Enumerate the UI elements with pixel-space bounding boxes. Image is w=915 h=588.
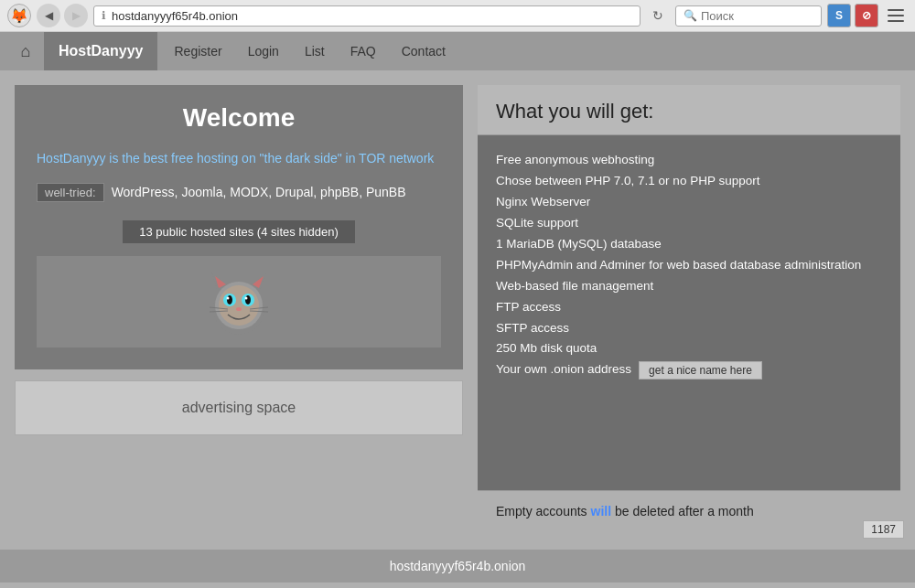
forward-button[interactable]: ▶ [64,4,88,27]
nav-register[interactable]: Register [161,32,234,70]
feature-item: 1 MariaDB (MySQL) database [496,234,882,255]
brand-link[interactable]: HostDanyyy [44,32,157,70]
feature-item: PHPMyAdmin and Adminer for web based dat… [496,255,882,276]
sites-badge: 13 public hosted sites (4 sites hidden) [123,220,355,243]
cat-image-box [37,256,441,347]
hamburger-line [888,9,904,11]
firefox-menu-button[interactable]: 🦊 [7,4,31,27]
nav-list[interactable]: List [292,32,338,70]
feature-item: 250 Mb disk quota [496,338,882,359]
main-content: Welcome HostDanyyy is the best free host… [0,70,915,546]
well-tried-apps: WordPress, Joomla, MODX, Drupal, phpBB, … [112,183,406,202]
home-button[interactable]: ⌂ [11,37,40,66]
svg-point-13 [236,307,242,311]
search-input[interactable] [701,9,792,23]
search-bar-wrapper: 🔍 [675,5,822,27]
svg-point-10 [245,295,251,305]
main-wrapper: Welcome HostDanyyy is the best free host… [0,70,915,546]
hamburger-line [888,20,904,22]
nav-contact[interactable]: Contact [389,32,458,70]
welcome-title: Welcome [37,103,441,133]
empty-accounts-notice: Empty accounts will be deleted after a m… [478,490,900,531]
feature-item: Nginx Webserver [496,192,882,213]
footer: hostdanyyyf65r4b.onion [0,550,915,583]
onion-address-line: Your own .onion address get a nice name … [496,359,882,380]
ext-skype-button[interactable]: S [827,4,851,27]
notice-highlight: will [591,504,612,519]
browser-extensions: S ⊘ [827,4,878,27]
info-icon: ℹ [102,9,106,22]
features-list: Free anonymous webhosting Chose between … [478,135,900,490]
welcome-box: Welcome HostDanyyy is the best free host… [15,85,463,369]
address-bar-wrapper: ℹ [93,5,640,27]
well-tried-badge: well-tried: [37,183,104,202]
svg-point-9 [227,295,232,305]
search-icon: 🔍 [684,9,697,22]
advertising-text: advertising space [182,400,296,416]
left-panel: Welcome HostDanyyy is the best free host… [15,85,463,531]
footer-text: hostdanyyyf65r4b.onion [390,559,526,573]
browser-toolbar: 🦊 ◀ ▶ ℹ ↻ 🔍 S ⊘ [0,0,915,31]
feature-item: Chose between PHP 7.0, 7.1 or no PHP sup… [496,171,882,192]
address-bar[interactable] [112,9,632,23]
nice-name-button[interactable]: get a nice name here [639,361,762,380]
nav-faq[interactable]: FAQ [338,32,389,70]
counter-badge: 1187 [863,520,904,539]
feature-item: SQLite support [496,213,882,234]
right-panel: What you will get: Free anonymous webhos… [478,85,900,531]
advertising-box: advertising space [15,380,463,435]
back-button[interactable]: ◀ [37,4,60,27]
nav-login[interactable]: Login [235,32,292,70]
feature-item: SFTP access [496,318,882,339]
onion-address-text: Your own .onion address [496,359,631,380]
well-tried-line: well-tried: WordPress, Joomla, MODX, Dru… [37,183,441,202]
svg-point-11 [226,296,229,299]
cat-image [200,263,278,341]
feature-item: Free anonymous webhosting [496,150,882,171]
navigation-bar: ⌂ HostDanyyy Register Login List FAQ Con… [0,32,915,70]
ext-block-button[interactable]: ⊘ [855,4,878,27]
features-title: What you will get: [478,85,900,135]
svg-point-12 [244,296,247,299]
nav-buttons: ◀ ▶ [37,4,88,27]
feature-item: FTP access [496,297,882,318]
feature-item: Web-based file management [496,276,882,297]
hamburger-line [888,15,904,16]
browser-chrome: 🦊 ◀ ▶ ℹ ↻ 🔍 S ⊘ [0,0,915,32]
hamburger-menu-button[interactable] [884,4,908,27]
refresh-button[interactable]: ↻ [646,4,670,27]
welcome-description: HostDanyyy is the best free hosting on "… [37,149,441,168]
